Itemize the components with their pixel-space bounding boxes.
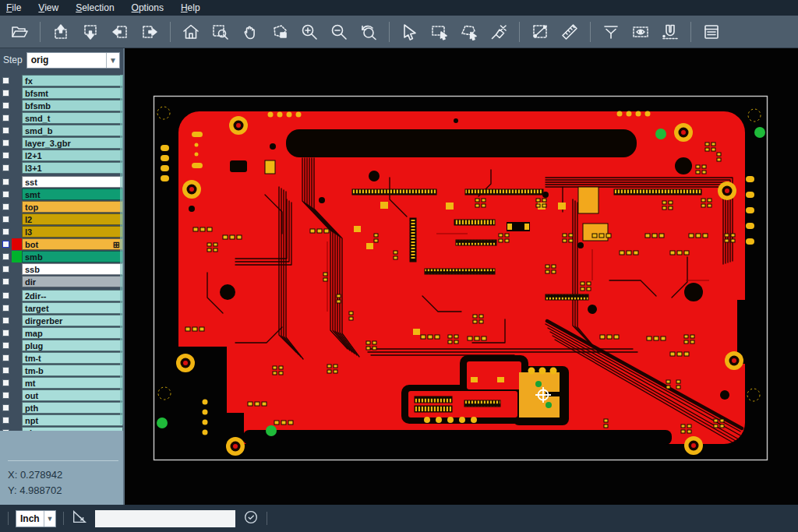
- layer-checkbox[interactable]: [2, 139, 9, 146]
- layer-row[interactable]: map: [0, 327, 123, 339]
- layer-checkbox-cell[interactable]: [0, 162, 12, 174]
- layer-checkbox[interactable]: [2, 317, 9, 324]
- layer-checkbox[interactable]: [2, 191, 9, 198]
- layer-row[interactable]: smb: [0, 251, 123, 262]
- layer-row[interactable]: l2: [0, 213, 123, 225]
- layer-checkbox-cell[interactable]: [0, 112, 12, 124]
- layer-checkbox[interactable]: [2, 305, 9, 312]
- layer-name[interactable]: ssb: [22, 263, 123, 275]
- layer-name[interactable]: bfsmt: [22, 87, 123, 99]
- layer-name[interactable]: dirgerber: [22, 315, 123, 326]
- select-polygon-button[interactable]: [456, 19, 482, 44]
- shift-down-button[interactable]: [77, 19, 104, 44]
- layer-checkbox[interactable]: [2, 178, 9, 185]
- layer-checkbox-cell[interactable]: [0, 276, 12, 287]
- layer-checkbox[interactable]: [2, 266, 9, 273]
- layer-row[interactable]: tm-b: [0, 365, 123, 376]
- layer-checkbox-cell[interactable]: [0, 352, 12, 364]
- layer-checkbox[interactable]: [2, 228, 9, 235]
- zoom-in-button[interactable]: [296, 19, 323, 44]
- layer-row[interactable]: smd_b: [0, 125, 123, 136]
- layer-name[interactable]: out: [22, 389, 123, 401]
- layer-row[interactable]: fx: [0, 75, 123, 86]
- layer-name[interactable]: map: [22, 327, 123, 339]
- layer-row[interactable]: dirgerber: [0, 315, 123, 326]
- zoom-out-button[interactable]: [326, 19, 352, 44]
- layer-row[interactable]: 2dir--: [0, 290, 123, 301]
- layer-name[interactable]: top: [22, 201, 123, 213]
- layer-name[interactable]: smb: [22, 251, 123, 262]
- layer-checkbox[interactable]: [2, 152, 9, 159]
- layer-row[interactable]: smt: [0, 188, 123, 200]
- home-view-button[interactable]: [178, 19, 204, 44]
- layer-checkbox-cell[interactable]: [0, 389, 12, 401]
- layer-name[interactable]: bot⊞: [22, 238, 123, 250]
- layer-checkbox-cell[interactable]: [0, 263, 12, 275]
- layer-name[interactable]: l2: [22, 213, 123, 225]
- layer-checkbox-cell[interactable]: [0, 213, 12, 225]
- layer-checkbox-cell[interactable]: [0, 414, 12, 426]
- step-select[interactable]: orig ▼: [26, 52, 120, 69]
- layer-name[interactable]: l3+1: [22, 162, 123, 174]
- unit-select[interactable]: Inch ▼: [16, 510, 56, 527]
- layer-checkbox-cell[interactable]: [0, 402, 12, 414]
- snap-magnet-button[interactable]: [657, 19, 683, 44]
- layer-name[interactable]: sst: [22, 176, 123, 188]
- layer-checkbox[interactable]: [2, 342, 9, 349]
- layer-checkbox[interactable]: [2, 329, 9, 336]
- layer-checkbox-cell[interactable]: [0, 302, 12, 314]
- menu-item[interactable]: Help: [181, 2, 200, 13]
- select-cursor-button[interactable]: [397, 19, 423, 44]
- clear-brush-button[interactable]: [486, 19, 512, 44]
- layer-checkbox-cell[interactable]: [0, 365, 12, 376]
- layer-checkbox-cell[interactable]: [0, 377, 12, 389]
- layer-name[interactable]: smd_t: [22, 112, 123, 124]
- command-input[interactable]: [95, 510, 235, 527]
- layer-row[interactable]: top: [0, 201, 123, 213]
- layer-row[interactable]: bot⊞: [0, 238, 123, 250]
- layer-checkbox-cell[interactable]: [0, 188, 12, 200]
- layer-checkbox[interactable]: [2, 115, 9, 122]
- layer-name[interactable]: layer_3.gbr: [22, 137, 123, 149]
- layer-checkbox-cell[interactable]: [0, 125, 12, 136]
- layer-checkbox-cell[interactable]: [0, 238, 12, 250]
- layer-row[interactable]: bfsmt: [0, 87, 123, 99]
- layer-row[interactable]: ssb: [0, 263, 123, 275]
- layer-row[interactable]: mt: [0, 377, 123, 389]
- layer-checkbox-cell[interactable]: [0, 251, 12, 262]
- zoom-window-button[interactable]: [207, 19, 234, 44]
- menu-item[interactable]: Selection: [76, 2, 114, 13]
- select-rectangle-button[interactable]: [426, 19, 453, 44]
- layer-checkbox[interactable]: [2, 203, 9, 210]
- layer-row[interactable]: sst: [0, 176, 123, 188]
- layer-row[interactable]: via: [0, 427, 123, 431]
- angle-measure-icon[interactable]: [71, 509, 88, 529]
- shift-up-button[interactable]: [48, 19, 74, 44]
- layer-checkbox-cell[interactable]: [0, 427, 12, 431]
- chevron-down-icon[interactable]: ▼: [106, 53, 119, 68]
- menu-item[interactable]: File: [6, 2, 21, 13]
- layer-name[interactable]: tm-t: [22, 352, 123, 364]
- zoom-previous-button[interactable]: [355, 19, 382, 44]
- layer-name[interactable]: smt: [22, 188, 123, 200]
- layer-checkbox[interactable]: [2, 292, 9, 299]
- layer-row[interactable]: layer_3.gbr: [0, 137, 123, 149]
- open-folder-button[interactable]: [6, 19, 33, 44]
- layer-checkbox-cell[interactable]: [0, 150, 12, 161]
- layer-checkbox-cell[interactable]: [0, 100, 12, 111]
- layer-name[interactable]: plug: [22, 340, 123, 351]
- layer-row[interactable]: plug: [0, 340, 123, 351]
- layer-name[interactable]: target: [22, 302, 123, 314]
- measure-ruler-button[interactable]: [556, 19, 583, 44]
- layer-checkbox[interactable]: [2, 241, 9, 248]
- pcb-canvas[interactable]: [125, 48, 798, 505]
- layer-checkbox-cell[interactable]: [0, 315, 12, 326]
- layer-name[interactable]: bfsmb: [22, 100, 123, 111]
- pan-hand-button[interactable]: [237, 19, 263, 44]
- layer-checkbox-cell[interactable]: [0, 290, 12, 301]
- layer-name[interactable]: dir: [22, 276, 123, 287]
- shift-left-button[interactable]: [107, 19, 133, 44]
- layer-checkbox[interactable]: [2, 90, 9, 97]
- report-list-button[interactable]: [698, 19, 725, 44]
- layer-row[interactable]: dir: [0, 276, 123, 287]
